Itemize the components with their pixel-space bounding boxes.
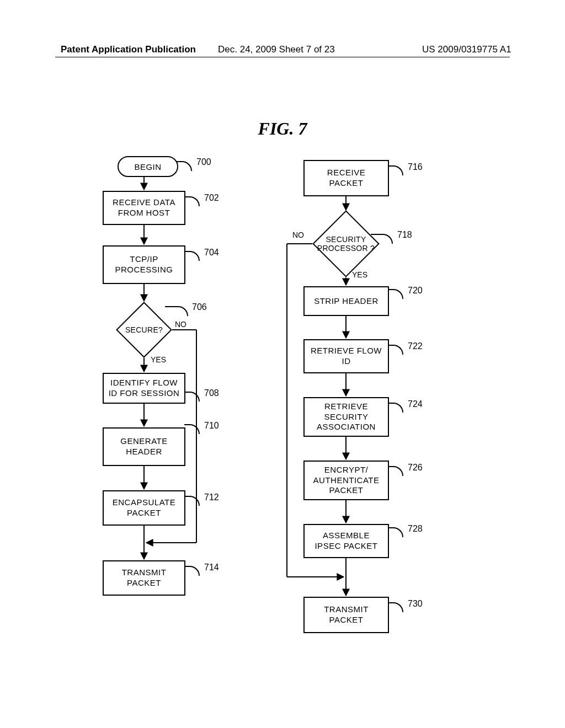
ref-716: 716: [408, 162, 423, 172]
box-encapsulate: ENCAPSULATE PACKET: [103, 490, 185, 526]
label-secure-no: NO: [175, 320, 186, 329]
leader-726: [388, 466, 403, 476]
leader-704: [184, 251, 200, 261]
box-label: ENCRYPT/ AUTHENTICATE PACKET: [313, 465, 380, 496]
leader-720: [388, 289, 403, 299]
ref-724: 724: [408, 399, 423, 409]
box-label: RETRIEVE FLOW ID: [311, 346, 382, 367]
box-transmit-left: TRANSMIT PACKET: [103, 560, 185, 596]
leader-714: [184, 566, 200, 576]
ref-702: 702: [204, 193, 219, 203]
diamond-label: SECURITY PROCESSOR ?: [315, 212, 377, 275]
box-identify-flow: IDENTIFY FLOW ID FOR SESSION: [103, 373, 185, 404]
diamond-security-processor: SECURITY PROCESSOR ?: [322, 220, 370, 267]
diamond-label: SECURE?: [116, 302, 172, 357]
ref-710: 710: [204, 421, 219, 431]
ref-718: 718: [397, 230, 412, 240]
header-middle-text: Dec. 24, 2009 Sheet 7 of 23: [218, 44, 335, 55]
ref-708: 708: [204, 388, 219, 398]
label-secproc-yes: YES: [352, 270, 367, 279]
box-label: RETRIEVE SECURITY ASSOCIATION: [317, 402, 376, 432]
label-secure-yes: YES: [151, 355, 166, 364]
leader-728: [388, 527, 403, 537]
leader-702: [184, 196, 200, 206]
box-label: ASSEMBLE IPSEC PACKET: [315, 531, 377, 552]
box-receive-data: RECEIVE DATA FROM HOST: [103, 191, 185, 225]
connectors: [0, 0, 565, 728]
ref-726: 726: [408, 463, 423, 473]
ref-730: 730: [408, 599, 423, 609]
box-encrypt: ENCRYPT/ AUTHENTICATE PACKET: [303, 461, 389, 500]
box-label: TCP/IP PROCESSING: [115, 254, 173, 275]
ref-722: 722: [408, 341, 423, 351]
ref-728: 728: [408, 524, 423, 534]
leader-724: [388, 403, 403, 413]
label-secproc-no: NO: [292, 231, 304, 239]
figure-title: FIG. 7: [0, 119, 565, 139]
box-generate-header: GENERATE HEADER: [103, 427, 185, 466]
leader-716: [388, 165, 403, 175]
box-strip-header: STRIP HEADER: [303, 286, 389, 316]
terminator-label: BEGIN: [134, 162, 161, 172]
leader-708: [184, 392, 200, 402]
diamond-secure: SECURE?: [124, 310, 164, 350]
header-left-text: Patent Application Publication: [61, 44, 196, 55]
box-label: STRIP HEADER: [314, 296, 379, 307]
box-label: RECEIVE DATA FROM HOST: [113, 197, 175, 218]
box-retrieve-flow: RETRIEVE FLOW ID: [303, 339, 389, 373]
leader-700: [177, 161, 192, 171]
terminator-begin: BEGIN: [118, 156, 178, 177]
ref-712: 712: [204, 493, 219, 502]
ref-704: 704: [204, 248, 219, 258]
box-label: GENERATE HEADER: [120, 436, 167, 457]
box-transmit-right: TRANSMIT PACKET: [303, 597, 389, 633]
box-assemble: ASSEMBLE IPSEC PACKET: [303, 524, 389, 558]
box-tcpip: TCP/IP PROCESSING: [103, 245, 185, 284]
header-rule: [55, 57, 510, 57]
leader-730: [388, 602, 403, 612]
box-retrieve-sa: RETRIEVE SECURITY ASSOCIATION: [303, 397, 389, 437]
leader-706: [165, 306, 188, 316]
header-right-text: US 2009/0319775 A1: [422, 44, 511, 55]
box-receive-packet: RECEIVE PACKET: [303, 160, 389, 196]
ref-706: 706: [192, 302, 207, 312]
leader-712: [184, 496, 200, 506]
ref-720: 720: [408, 286, 423, 296]
leader-718: [371, 234, 393, 244]
ref-700: 700: [196, 157, 211, 167]
box-label: ENCAPSULATE PACKET: [113, 497, 175, 518]
leader-722: [388, 345, 403, 355]
page: Patent Application Publication Dec. 24, …: [0, 0, 565, 728]
leader-710: [184, 424, 200, 434]
box-label: TRANSMIT PACKET: [122, 568, 167, 588]
ref-714: 714: [204, 563, 219, 572]
box-label: IDENTIFY FLOW ID FOR SESSION: [109, 378, 180, 399]
box-label: TRANSMIT PACKET: [324, 604, 369, 625]
box-label: RECEIVE PACKET: [327, 168, 365, 189]
